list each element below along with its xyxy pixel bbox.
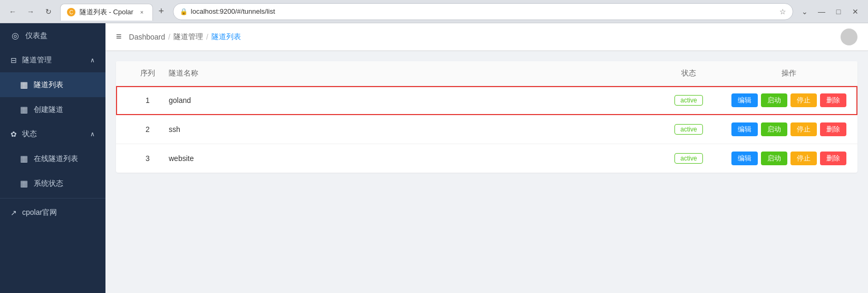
address-text: localhost:9200/#/tunnels/list	[191, 7, 776, 15]
row-status-2: active	[647, 124, 731, 135]
action-buttons-1: 编辑 启动 停止 删除	[731, 93, 847, 107]
row-name-2: ssh	[169, 125, 647, 134]
delete-button-2[interactable]: 删除	[820, 122, 846, 136]
start-button-2[interactable]: 启动	[761, 122, 787, 136]
stop-button-3[interactable]: 停止	[790, 152, 817, 165]
sidebar-label-cpolar: cpolar官网	[22, 208, 57, 218]
start-button-3[interactable]: 启动	[761, 152, 787, 165]
action-buttons-3: 编辑 启动 停止 删除	[731, 152, 847, 165]
sidebar-label-online-tunnels: 在线隧道列表	[34, 154, 78, 164]
row-actions-2: 编辑 启动 停止 删除	[731, 122, 847, 136]
status-badge-3: active	[674, 153, 702, 164]
maximize-button[interactable]: □	[831, 4, 846, 19]
tunnel-management-icon: ⊟	[11, 56, 17, 64]
sidebar-item-tunnel-list[interactable]: ▦ 隧道列表	[0, 72, 105, 97]
sidebar-item-cpolar-website[interactable]: ↗ cpolar官网	[0, 201, 105, 225]
tab-title: 隧道列表 - Cpolar	[80, 7, 133, 17]
row-seq-3: 3	[127, 154, 169, 163]
status-badge-2: active	[674, 124, 702, 135]
row-status-1: active	[647, 95, 731, 106]
col-header-status: 状态	[647, 69, 731, 78]
bookmark-icon[interactable]: ☆	[779, 7, 786, 16]
sidebar-label-tunnel-list: 隧道列表	[34, 80, 63, 90]
forward-button[interactable]: →	[23, 4, 38, 19]
minimize-button[interactable]: —	[814, 4, 829, 19]
create-tunnel-icon: ▦	[19, 105, 28, 115]
stop-button-2[interactable]: 停止	[790, 122, 817, 136]
table-row: 1 goland active 编辑 启动 停止 删除	[116, 86, 857, 115]
close-window-button[interactable]: ✕	[848, 4, 863, 19]
table-header: 序列 隧道名称 状态 操作	[116, 61, 857, 86]
breadcrumb-dashboard[interactable]: Dashboard	[129, 33, 166, 41]
row-seq-1: 1	[127, 96, 169, 105]
address-bar[interactable]: 🔒 localhost:9200/#/tunnels/list ☆	[173, 3, 793, 20]
status-badge-1: active	[674, 95, 702, 106]
row-actions-1: 编辑 启动 停止 删除	[731, 93, 847, 107]
breadcrumb: Dashboard / 隧道管理 / 隧道列表	[129, 32, 241, 42]
sidebar-divider	[0, 198, 105, 199]
sidebar-label-system-status: 系统状态	[34, 179, 63, 188]
external-link-icon: ↗	[11, 209, 17, 217]
table-row: 2 ssh active 编辑 启动 停止 删除	[116, 115, 857, 144]
top-bar-right	[841, 29, 857, 45]
sidebar-label-dashboard: 仪表盘	[25, 31, 47, 41]
delete-button-3[interactable]: 删除	[820, 152, 846, 165]
sidebar-item-tunnel-management[interactable]: ⊟ 隧道管理 ∧	[0, 48, 105, 72]
col-header-seq: 序列	[127, 69, 169, 78]
tab-favicon: C	[67, 8, 75, 16]
status-left: ✿ 状态	[11, 129, 37, 139]
status-arrow: ∧	[90, 130, 95, 138]
edit-button-1[interactable]: 编辑	[731, 93, 758, 107]
main-content: ≡ Dashboard / 隧道管理 / 隧道列表 序列 隧道名称 状态 操作	[105, 23, 868, 293]
sidebar: ◎ 仪表盘 ⊟ 隧道管理 ∧ ▦ 隧道列表 ▦ 创建隧道 ✿ 状态 ∧ ▦	[0, 23, 105, 293]
edit-button-3[interactable]: 编辑	[731, 152, 758, 165]
tunnel-list-icon: ▦	[19, 80, 28, 90]
sidebar-item-dashboard[interactable]: ◎ 仪表盘	[0, 23, 105, 48]
col-header-name: 隧道名称	[169, 69, 647, 78]
row-seq-2: 2	[127, 125, 169, 134]
delete-button-1[interactable]: 删除	[820, 93, 846, 107]
tab-close-button[interactable]: ×	[138, 8, 146, 16]
tunnel-management-arrow: ∧	[90, 56, 95, 64]
tunnel-management-left: ⊟ 隧道管理	[11, 55, 52, 65]
sidebar-label-create-tunnel: 创建隧道	[34, 105, 63, 115]
system-status-icon: ▦	[19, 178, 28, 188]
browser-right-icons: ⌄ — □ ✕	[797, 4, 863, 19]
sidebar-label-tunnel-management: 隧道管理	[22, 55, 52, 65]
avatar[interactable]	[841, 29, 857, 45]
breadcrumb-tunnel-management[interactable]: 隧道管理	[173, 32, 203, 42]
sidebar-item-status[interactable]: ✿ 状态 ∧	[0, 122, 105, 146]
edit-button-2[interactable]: 编辑	[731, 122, 758, 136]
tab-bar: C 隧道列表 - Cpolar × +	[60, 3, 169, 20]
secure-icon: 🔒	[180, 8, 188, 15]
sidebar-item-online-tunnels[interactable]: ▦ 在线隧道列表	[0, 146, 105, 171]
stop-button-1[interactable]: 停止	[790, 93, 817, 107]
status-icon: ✿	[11, 130, 17, 138]
breadcrumb-sep-1: /	[168, 33, 170, 41]
row-actions-3: 编辑 启动 停止 删除	[731, 152, 847, 165]
online-tunnels-icon: ▦	[19, 154, 28, 164]
browser-chrome: ← → ↻ C 隧道列表 - Cpolar × + 🔒 localhost:92…	[0, 0, 868, 23]
row-name-1: goland	[169, 96, 647, 105]
menu-toggle-icon[interactable]: ≡	[116, 31, 122, 42]
sidebar-label-status: 状态	[22, 129, 37, 139]
dashboard-icon: ◎	[11, 31, 20, 41]
reload-button[interactable]: ↻	[41, 4, 56, 19]
tunnel-table: 序列 隧道名称 状态 操作 1 goland active 编辑 启动	[116, 61, 857, 173]
action-buttons-2: 编辑 启动 停止 删除	[731, 122, 847, 136]
back-button[interactable]: ←	[5, 4, 20, 19]
col-header-actions: 操作	[731, 69, 847, 78]
sidebar-item-create-tunnel[interactable]: ▦ 创建隧道	[0, 97, 105, 122]
active-tab[interactable]: C 隧道列表 - Cpolar ×	[60, 4, 153, 21]
browser-nav-controls: ← → ↻	[5, 4, 56, 19]
app-wrapper: ◎ 仪表盘 ⊟ 隧道管理 ∧ ▦ 隧道列表 ▦ 创建隧道 ✿ 状态 ∧ ▦	[0, 23, 868, 293]
top-bar: ≡ Dashboard / 隧道管理 / 隧道列表	[105, 23, 868, 51]
dropdown-icon[interactable]: ⌄	[797, 4, 812, 19]
sidebar-item-system-status[interactable]: ▦ 系统状态	[0, 171, 105, 196]
breadcrumb-current: 隧道列表	[211, 32, 241, 42]
table-row: 3 website active 编辑 启动 停止 删除	[116, 144, 857, 173]
row-status-3: active	[647, 153, 731, 164]
new-tab-button[interactable]: +	[154, 4, 169, 19]
start-button-1[interactable]: 启动	[761, 93, 787, 107]
row-name-3: website	[169, 154, 647, 163]
